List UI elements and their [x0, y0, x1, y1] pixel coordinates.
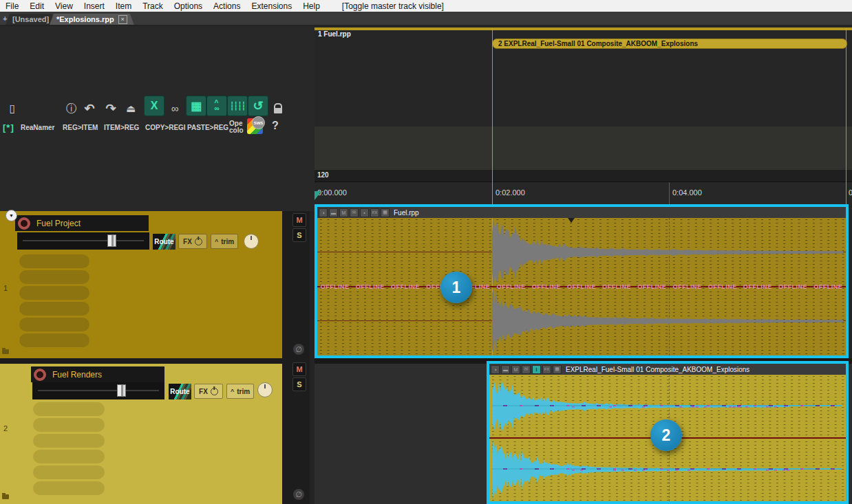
- paste-region-button[interactable]: PASTE>REG: [187, 124, 228, 131]
- mute-icon[interactable]: M: [339, 208, 348, 217]
- item2-header[interactable]: ◑▬M✉iFX▦EXPLReal_Fuel-Small 01 Composite…: [489, 364, 846, 375]
- info-icon[interactable]: ▪: [360, 208, 369, 217]
- menu-help[interactable]: Help: [297, 1, 326, 11]
- properties-icon[interactable]: ▦: [553, 365, 562, 374]
- menu-options[interactable]: Options: [169, 1, 208, 11]
- loop-icon[interactable]: ◑: [319, 208, 328, 217]
- menu-track[interactable]: Track: [137, 1, 169, 11]
- fx-icon[interactable]: FX: [370, 208, 379, 217]
- undo-button[interactable]: ↶: [81, 100, 98, 117]
- copy-region-button[interactable]: COPY>REGI: [145, 124, 186, 131]
- track2-route-button[interactable]: Route: [169, 384, 191, 399]
- menu-actions[interactable]: Actions: [208, 1, 246, 11]
- notes-icon[interactable]: ✉: [522, 365, 531, 374]
- item1-header[interactable]: ◑▬M✉▪FX▦Fuel.rpp: [317, 207, 846, 218]
- channel2-tail-line: [492, 468, 842, 470]
- region-to-item-button[interactable]: REG>ITEM: [63, 124, 98, 131]
- item-link-button[interactable]: ∞: [167, 100, 183, 117]
- redo-button[interactable]: ↷: [103, 100, 119, 117]
- ripple-edit-toggle[interactable]: ↺: [248, 96, 268, 116]
- track-collapse-button[interactable]: ▼: [6, 210, 17, 221]
- track1-fx-button[interactable]: FX: [178, 234, 207, 249]
- menu-insert[interactable]: Insert: [78, 1, 110, 11]
- lock-toggle[interactable]: [270, 100, 286, 117]
- track1-name-bar[interactable]: [15, 215, 149, 231]
- track1-solo-button[interactable]: S: [292, 228, 306, 242]
- mute-icon[interactable]: M: [511, 365, 520, 374]
- track2-trim-button[interactable]: ^ trim: [226, 384, 254, 399]
- track2-name[interactable]: Fuel Renders: [52, 370, 102, 380]
- menu-file[interactable]: File: [0, 1, 24, 11]
- track2-record-arm-button[interactable]: [34, 369, 46, 381]
- region2-marker[interactable]: 2 EXPLReal_Fuel-Small 01 Composite_AKBOO…: [492, 39, 847, 49]
- track1-number: 1: [0, 284, 11, 292]
- lock-icon[interactable]: ▬: [329, 208, 338, 217]
- region1-label[interactable]: 1 Fuel.rpp: [318, 30, 351, 38]
- action-star-button[interactable]: [*]: [3, 122, 14, 133]
- track1-folder-icon[interactable]: [2, 349, 9, 354]
- auto-crossfade-toggle[interactable]: X: [144, 96, 164, 116]
- menu-item[interactable]: Item: [110, 1, 137, 11]
- project-info-icon: ⓘ: [66, 103, 77, 114]
- open-color-button-line2[interactable]: colo: [229, 127, 244, 134]
- metronome-button[interactable]: ⏏: [123, 100, 139, 117]
- track1-mute-button[interactable]: M: [292, 213, 306, 227]
- item1-waveform-area[interactable]: OFFLINEOFFLINEOFFLINEOFFLINEOFFLINEOFFLI…: [317, 218, 846, 355]
- arrange-view[interactable]: 1 Fuel.rpp 2 EXPLReal_Fuel-Small 01 Comp…: [315, 26, 852, 504]
- track2-folder-icon[interactable]: [2, 494, 9, 499]
- menu-edit[interactable]: Edit: [24, 1, 50, 11]
- track1-volume-handle[interactable]: [107, 234, 116, 247]
- track2-volume-handle[interactable]: [117, 384, 126, 397]
- sws-extension-icon[interactable]: SWS: [247, 118, 263, 134]
- item-to-region-button[interactable]: ITEM>REG: [104, 124, 139, 131]
- time-6: 0:06.000: [849, 188, 852, 197]
- envelope-link-toggle[interactable]: ^ ∞: [206, 96, 227, 116]
- tab-close-icon[interactable]: ×: [118, 15, 127, 24]
- fx-icon[interactable]: FX: [542, 365, 551, 374]
- fx-power-icon[interactable]: [211, 388, 218, 395]
- track1-record-arm-button[interactable]: [18, 217, 30, 230]
- tempo-marker[interactable]: 120: [317, 171, 329, 179]
- grid-toggle[interactable]: ▦: [186, 96, 206, 116]
- tempo-lane[interactable]: 120: [315, 170, 852, 182]
- stretch-marker[interactable]: [568, 218, 575, 223]
- help-button[interactable]: ?: [272, 120, 279, 132]
- fx-power-icon[interactable]: [195, 238, 202, 245]
- info-icon[interactable]: i: [532, 365, 541, 374]
- track-mixer-strip: M S ∅ M S ∅: [282, 211, 310, 504]
- timeline-ruler[interactable]: 0:00.000 0:02.000 0:04.000 0:06.000: [315, 182, 852, 204]
- track1-phase-button[interactable]: ∅: [293, 344, 304, 355]
- loop-icon[interactable]: ◑: [491, 365, 500, 374]
- track1-route-button[interactable]: Route: [153, 234, 175, 250]
- new-project-button[interactable]: ▯: [4, 100, 21, 117]
- track1-pan-knob[interactable]: [244, 234, 259, 249]
- track2-volume-slider[interactable]: [32, 382, 164, 399]
- track2-pan-knob[interactable]: [257, 382, 273, 397]
- reanamer-button[interactable]: ReaNamer: [21, 124, 54, 131]
- menu-toggle-master-track[interactable]: [Toggle master track visible]: [337, 1, 449, 11]
- tab-explosions[interactable]: *Explosions.rpp ×: [50, 14, 134, 25]
- menu-extensions[interactable]: Extensions: [246, 1, 297, 11]
- project-info-button[interactable]: ⓘ: [63, 100, 80, 117]
- snap-toggle[interactable]: ┆┆┆┆: [227, 96, 248, 116]
- track2-fx-button[interactable]: FX: [194, 384, 223, 399]
- track2-phase-button[interactable]: ∅: [293, 489, 304, 500]
- tab-explosions-label: *Explosions.rpp: [56, 15, 114, 23]
- region-end-line: [846, 28, 846, 204]
- menu-view[interactable]: View: [50, 1, 78, 11]
- lock-icon[interactable]: ▬: [501, 365, 510, 374]
- empty-lane-pill: [33, 450, 105, 463]
- edit-cursor-marker[interactable]: [315, 191, 321, 200]
- media-item-1[interactable]: ◑▬M✉▪FX▦Fuel.rpp OFFLINEOFFLINEOFFLINEOF…: [315, 204, 849, 358]
- notes-icon[interactable]: ✉: [350, 208, 359, 217]
- new-project-tab-button[interactable]: +: [3, 14, 7, 23]
- track1-volume-slider[interactable]: [17, 232, 149, 250]
- track1-trim-button[interactable]: ^ trim: [211, 234, 238, 249]
- panel-divider[interactable]: [310, 211, 315, 504]
- tab-unsaved[interactable]: [Unsaved]: [6, 14, 56, 25]
- track2-solo-button[interactable]: S: [292, 377, 306, 391]
- track2-mute-button[interactable]: M: [292, 362, 306, 376]
- track1-name[interactable]: Fuel Project: [36, 219, 81, 228]
- envelope-icon: ^: [231, 388, 234, 395]
- properties-icon[interactable]: ▦: [381, 208, 390, 217]
